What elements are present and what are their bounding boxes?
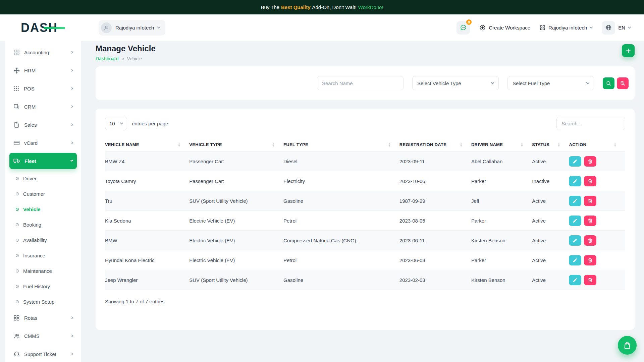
delete-button[interactable] (584, 235, 596, 246)
vehicle-name-cell: Jeep Wrangler (105, 270, 189, 290)
bullseye-icon (15, 223, 19, 227)
company-name: Rajodiya infotech (548, 25, 587, 31)
column-header-registration-date[interactable]: REGISTRATION DATE▲▼ (399, 138, 471, 152)
page-root: Buy The Best Quality Add-On, Don't Wait!… (0, 0, 644, 362)
sidebar-item-fleet[interactable]: Fleet (9, 153, 77, 169)
delete-button[interactable] (584, 275, 596, 285)
sidebar-subitem-vehicle[interactable]: Vehicle (9, 202, 77, 217)
vehicle-name-cell: BMW Z4 (105, 152, 189, 171)
delete-button[interactable] (584, 216, 596, 226)
vehicle-name-cell: Kia Sedona (105, 211, 189, 231)
column-header-action[interactable]: ACTION▲▼ (569, 138, 625, 152)
action-cell (569, 270, 625, 290)
bullseye-icon (15, 269, 19, 273)
promo-link[interactable]: WorkDo.Io! (358, 4, 383, 10)
edit-button[interactable] (569, 196, 581, 206)
status-cell: Active (532, 152, 569, 171)
sidebar-subitem-label: Customer (23, 191, 45, 197)
filter-search-button[interactable] (603, 77, 614, 89)
sidebar-item-label: HRM (24, 68, 66, 73)
language-switcher[interactable]: EN (602, 21, 631, 35)
sidebar-item-label: Sales (24, 122, 66, 128)
company-dropdown[interactable]: Rajodiya infotech (540, 25, 592, 31)
vehicle-type-select[interactable]: Select Vehicle Type (412, 76, 499, 90)
sidebar-subitem-customer[interactable]: Customer (9, 186, 77, 201)
workspace-switcher[interactable]: Rajodiya infotech (99, 20, 165, 36)
edit-button[interactable] (569, 176, 581, 186)
sidebar-subitem-maintenance[interactable]: Maintenance (9, 263, 77, 278)
vehicle-name-cell: Hyundai Kona Electric (105, 250, 189, 270)
chevron-right-icon (70, 316, 73, 319)
sidebar-subitem-label: Vehicle (23, 206, 41, 212)
chevron-down-icon (491, 81, 494, 84)
fuel-type-select[interactable]: Select Fuel Type (507, 76, 594, 90)
search-name-input[interactable] (317, 76, 404, 90)
breadcrumb-dashboard[interactable]: Dashboard (96, 56, 119, 61)
sidebar-item-hrm[interactable]: HRM (9, 62, 77, 78)
action-cell (569, 152, 625, 171)
sidebar-item-label: vCard (24, 140, 66, 146)
delete-button[interactable] (584, 196, 596, 206)
entries-per-page-select[interactable]: 10 (105, 117, 127, 130)
column-header-status[interactable]: STATUS▲▼ (532, 138, 569, 152)
column-header-vehicle-type[interactable]: VEHICLE TYPE▲▼ (189, 138, 283, 152)
dots-icon (13, 85, 19, 92)
vehicle-type-cell: Electric Vehicle (EV) (189, 231, 283, 250)
sidebar-item-pos[interactable]: POS (9, 80, 77, 97)
vehicle-type-cell: SUV (Sport Utility Vehicle) (189, 191, 283, 211)
app-logo[interactable]: DASH (21, 20, 65, 35)
edit-button[interactable] (569, 255, 581, 265)
vehicle-table-body: BMW Z4Passenger Car:Diesel2023-09-11Abel… (105, 152, 625, 290)
globe-icon (602, 21, 615, 35)
vehicle-table-card: 10 entries per page VEHICLE NAME▲▼VEHICL… (96, 109, 635, 330)
sidebar-item-accounting[interactable]: Accounting (9, 44, 77, 60)
edit-button[interactable] (569, 156, 581, 167)
sidebar-item-cmms[interactable]: CMMS (9, 328, 77, 344)
sidebar-subitem-availability[interactable]: Availability (9, 233, 77, 247)
column-header-fuel-type[interactable]: FUEL TYPE▲▼ (283, 138, 399, 152)
sidebar-item-crm[interactable]: CRM (9, 99, 77, 115)
grid-icon (13, 315, 20, 321)
registration-date-cell: 2023-06-11 (399, 231, 471, 250)
vehicle-type-cell: Passenger Car: (189, 171, 283, 191)
sidebar-subitem-insurance[interactable]: Insurance (9, 248, 77, 263)
column-label: DRIVER NAME (471, 142, 503, 147)
sidebar-item-support-ticket[interactable]: Support Ticket (9, 346, 77, 362)
grid-icon (13, 49, 20, 56)
delete-button[interactable] (584, 255, 596, 265)
sidebar-subitem-system-setup[interactable]: System Setup (9, 294, 77, 309)
column-header-driver-name[interactable]: DRIVER NAME▲▼ (471, 138, 532, 152)
edit-button[interactable] (569, 235, 581, 246)
table-search-input[interactable] (556, 117, 625, 130)
column-label: VEHICLE TYPE (189, 142, 222, 147)
sidebar-subitem-fuel-history[interactable]: Fuel History (9, 279, 77, 294)
workspace-avatar-icon (101, 22, 112, 33)
registration-date-cell: 1987-09-29 (399, 191, 471, 211)
registration-date-cell: 2023-10-06 (399, 171, 471, 191)
sidebar-item-sales[interactable]: Sales (9, 117, 77, 133)
messages-button[interactable]: 0 (457, 21, 470, 35)
column-header-vehicle-name[interactable]: VEHICLE NAME▲▼ (105, 138, 189, 152)
delete-button[interactable] (584, 156, 596, 167)
create-workspace-button[interactable]: Create Workspace (479, 24, 530, 31)
sort-icon: ▲▼ (557, 142, 560, 147)
registration-date-cell: 2023-06-03 (399, 250, 471, 270)
fuel-type-select-value: Select Fuel Type (513, 80, 550, 86)
edit-button[interactable] (569, 275, 581, 285)
driver-name-cell: Jeff (471, 191, 532, 211)
edit-button[interactable] (569, 216, 581, 226)
status-cell: Inactive (532, 171, 569, 191)
sidebar-item-rotas[interactable]: Rotas (9, 310, 77, 326)
sidebar-subitem-driver[interactable]: Driver (9, 171, 77, 186)
add-vehicle-button[interactable] (622, 44, 635, 57)
sidebar-item-vcard[interactable]: vCard (9, 135, 77, 151)
logo-dash-accent (44, 27, 65, 29)
chevron-down-icon (157, 25, 161, 29)
floating-cart-button[interactable] (618, 336, 637, 355)
filter-reset-button[interactable] (617, 77, 629, 89)
sidebar-item-label: CRM (24, 104, 66, 110)
delete-button[interactable] (584, 176, 596, 186)
driver-name-cell: Parker (471, 211, 532, 231)
sidebar-subitem-booking[interactable]: Booking (9, 217, 77, 232)
bullseye-icon (15, 177, 19, 180)
